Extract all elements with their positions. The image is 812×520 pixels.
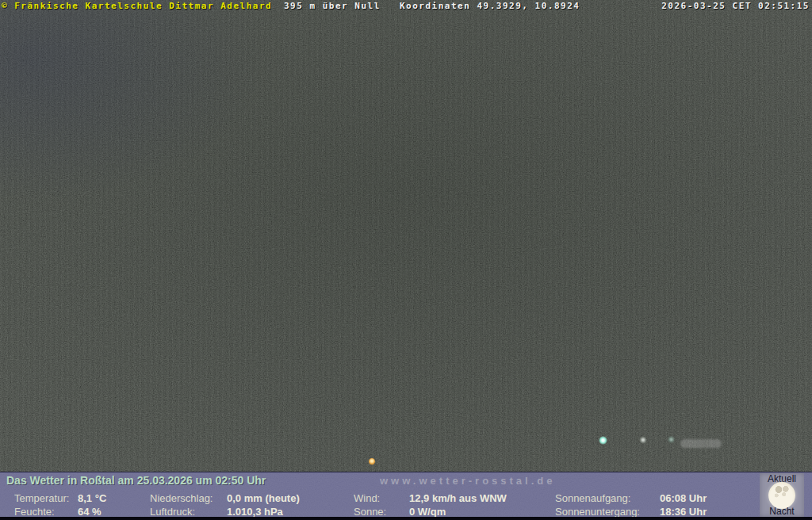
- distant-light-dim: [639, 436, 647, 444]
- wind-value: 12,9 km/h aus WNW: [409, 492, 507, 504]
- temperature-label: Temperatur:: [14, 492, 69, 504]
- bottom-border-strip: [0, 517, 812, 520]
- night-condition-label: Nacht: [760, 506, 804, 517]
- weather-status-bar: Das Wetter in Roßtal am 25.03.2026 um 02…: [0, 472, 812, 517]
- temperature-value: 8,1 °C: [78, 492, 106, 504]
- website-text: www.wetter-rosstal.de: [380, 475, 556, 487]
- sunrise-label: Sonnenaufgang:: [555, 492, 630, 504]
- webcam-view: © Fränkische Kartelschule Dittmar Adelha…: [0, 0, 812, 520]
- precipitation-value: 0,0 mm (heute): [227, 492, 300, 504]
- distant-light-bright: [599, 436, 607, 445]
- sunset-label: Sonnenuntergang:: [555, 506, 640, 518]
- pressure-label: Luftdruck:: [150, 506, 195, 518]
- distant-lights-cluster: [680, 439, 722, 448]
- current-conditions-box: Aktuell Nacht: [760, 473, 804, 517]
- night-sky-image: [0, 0, 812, 472]
- precipitation-label: Niederschlag:: [150, 492, 213, 504]
- distant-light-faint: [668, 436, 675, 443]
- distant-light-orange: [369, 458, 375, 465]
- camera-overlay-bar: © Fränkische Kartelschule Dittmar Adelha…: [0, 0, 812, 10]
- solar-label: Sonne:: [354, 506, 386, 518]
- altitude-text: 395 m über Null: [284, 1, 381, 11]
- datetime-text: 2026-03-25 CET 02:51:15: [661, 1, 810, 11]
- sunrise-value: 06:08 Uhr: [660, 492, 707, 504]
- humidity-value: 64 %: [78, 506, 102, 518]
- copyright-text: © Fränkische Kartelschule Dittmar Adelha…: [2, 1, 272, 11]
- humidity-label: Feuchte:: [14, 506, 55, 518]
- solar-value: 0 W/qm: [409, 506, 446, 518]
- weather-title: Das Wetter in Roßtal am 25.03.2026 um 02…: [6, 474, 266, 487]
- pressure-value: 1.010,3 hPa: [227, 506, 283, 518]
- wind-label: Wind:: [354, 492, 380, 504]
- full-moon-icon: [768, 482, 795, 509]
- sky-gradient-tint: [0, 0, 812, 472]
- sunset-value: 18:36 Uhr: [660, 506, 707, 518]
- coordinates-text: Koordinaten 49.3929, 10.8924: [400, 1, 580, 11]
